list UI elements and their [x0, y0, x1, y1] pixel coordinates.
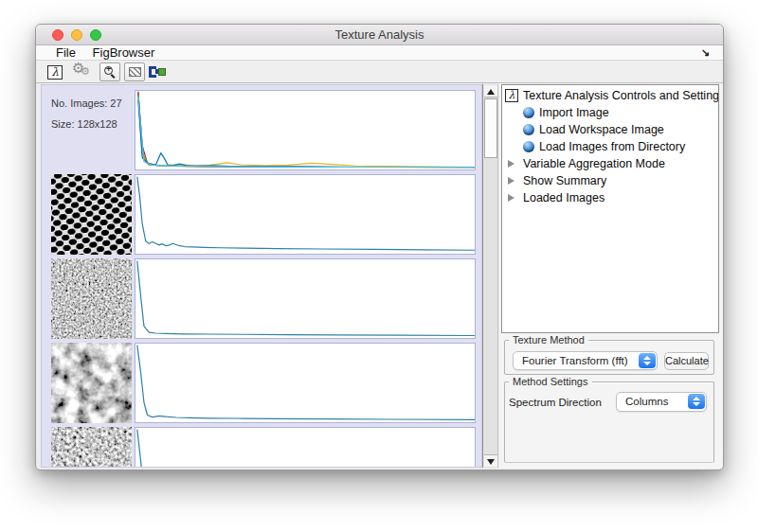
magnifier-plus-icon	[103, 65, 117, 79]
spectra-row-4	[42, 427, 481, 468]
texture-thumbnail-coarse-blobs[interactable]	[51, 343, 132, 423]
hatch-icon	[129, 67, 141, 77]
tree-root[interactable]: λ Texture Analysis Controls and Settings	[502, 87, 718, 104]
spectrum-plot-2[interactable]	[135, 258, 476, 339]
chevron-updown-icon	[639, 353, 656, 368]
texture-thumbnail-fine-grain[interactable]	[51, 258, 132, 339]
down-arrow-icon	[487, 459, 495, 465]
scroll-down-button[interactable]	[484, 454, 497, 467]
spectra-row-1	[42, 174, 481, 255]
spectrum-plot-overlay[interactable]	[135, 90, 476, 170]
tree-item-label: Show Summary	[523, 172, 606, 189]
spectrum-plot-1[interactable]	[135, 174, 476, 255]
tree-item-label: Import Image	[539, 104, 609, 121]
lambda-plot-icon: λ	[505, 89, 518, 102]
title-bar[interactable]: Texture Analysis	[36, 25, 723, 45]
method-settings-group: Method Settings Spectrum Direction Colum…	[504, 381, 714, 463]
figure-content: No. Images: 27 Size: 128x128	[36, 83, 723, 470]
chevron-updown-icon	[688, 394, 705, 409]
connector-icon	[149, 66, 166, 78]
spectrum-plot-3[interactable]	[135, 343, 476, 423]
tree-item-show-summary[interactable]: Show Summary	[502, 172, 718, 189]
app-window: Texture Analysis File FigBrowser ↘ λ ⚙⚙ …	[35, 24, 724, 470]
tree-item-label: Load Images from Directory	[539, 138, 685, 155]
tree-item-label: Load Workspace Image	[539, 121, 664, 138]
collapsed-arrow-icon[interactable]	[508, 194, 514, 202]
link-plots-button[interactable]	[147, 62, 168, 81]
spectrum-direction-label: Spectrum Direction	[509, 397, 602, 408]
controls-panel: λ Texture Analysis Controls and Settings…	[499, 83, 723, 469]
texture-thumbnail-honeycomb[interactable]	[51, 174, 132, 255]
scrollbar-thumb[interactable]	[484, 98, 497, 158]
calculate-button[interactable]: Calculate	[664, 352, 709, 370]
texture-method-dropdown[interactable]: Fourier Transform (fft)	[513, 351, 658, 370]
menu-file[interactable]: File	[49, 45, 82, 61]
spectrum-direction-dropdown[interactable]: Columns	[616, 392, 707, 412]
window-title: Texture Analysis	[36, 25, 723, 45]
blue-sphere-icon	[523, 141, 534, 152]
group-title: Method Settings	[509, 376, 592, 388]
tree-item-import-image[interactable]: Import Image	[502, 104, 718, 121]
scroll-up-button[interactable]	[484, 85, 497, 98]
vertical-scrollbar[interactable]	[482, 84, 498, 468]
blue-sphere-icon	[523, 124, 534, 135]
zoom-in-button[interactable]	[99, 62, 120, 81]
tree-item-variable-aggregation-mode[interactable]: Variable Aggregation Mode	[502, 155, 718, 172]
spectra-panel: No. Images: 27 Size: 128x128	[41, 84, 482, 468]
spectrum-plot-4[interactable]	[135, 427, 476, 468]
hatch-style-button[interactable]	[124, 62, 145, 81]
dropdown-value: Fourier Transform (fft)	[522, 352, 628, 370]
tree-root-label: Texture Analysis Controls and Settings	[523, 87, 719, 104]
lambda-plot-icon: λ	[47, 65, 63, 80]
tree-item-load-workspace-image[interactable]: Load Workspace Image	[502, 121, 718, 138]
up-arrow-icon	[487, 89, 495, 95]
dropdown-value: Columns	[625, 393, 668, 411]
texture-method-group: Texture Method Fourier Transform (fft) C…	[504, 340, 714, 375]
blue-sphere-icon	[523, 107, 534, 118]
collapsed-arrow-icon[interactable]	[508, 160, 514, 168]
tree-item-load-images-from-directory[interactable]: Load Images from Directory	[502, 138, 718, 155]
texture-thumbnail-granular[interactable]	[51, 427, 132, 468]
tree-item-label: Loaded Images	[523, 189, 605, 206]
figure-browser-button[interactable]: λ	[45, 62, 65, 81]
gears-icon: ⚙⚙	[72, 62, 93, 81]
spectra-row-summary: No. Images: 27 Size: 128x128	[42, 90, 481, 170]
group-title: Texture Method	[509, 334, 588, 346]
spectra-row-2	[42, 258, 481, 339]
spectra-row-3	[42, 343, 481, 423]
collapsed-arrow-icon[interactable]	[508, 177, 514, 185]
menu-bar: File FigBrowser ↘	[36, 45, 723, 61]
settings-button[interactable]: ⚙⚙	[72, 62, 93, 81]
tree-item-label: Variable Aggregation Mode	[523, 155, 665, 172]
tree-item-loaded-images[interactable]: Loaded Images	[502, 189, 718, 206]
menu-figbrowser[interactable]: FigBrowser	[86, 45, 162, 61]
undock-arrow-icon[interactable]: ↘	[701, 45, 710, 61]
settings-tree: λ Texture Analysis Controls and Settings…	[501, 84, 719, 333]
toolbar: λ ⚙⚙	[36, 61, 723, 83]
